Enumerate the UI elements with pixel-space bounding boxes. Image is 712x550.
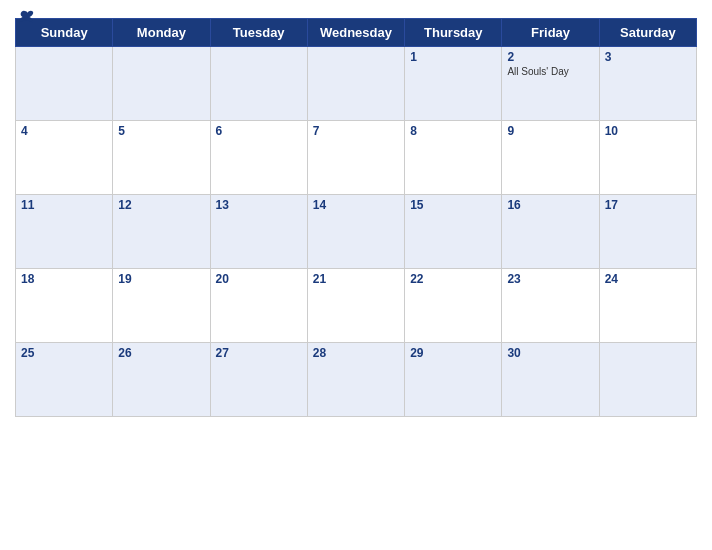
day-number: 14 <box>313 198 399 212</box>
calendar-cell: 6 <box>210 121 307 195</box>
logo-bird-icon <box>17 10 35 24</box>
calendar-cell: 30 <box>502 343 599 417</box>
calendar-cell: 28 <box>307 343 404 417</box>
calendar-cell: 4 <box>16 121 113 195</box>
day-number: 26 <box>118 346 204 360</box>
day-number: 10 <box>605 124 691 138</box>
day-number: 16 <box>507 198 593 212</box>
day-number: 25 <box>21 346 107 360</box>
calendar-cell: 5 <box>113 121 210 195</box>
day-number: 6 <box>216 124 302 138</box>
calendar-table: SundayMondayTuesdayWednesdayThursdayFrid… <box>15 18 697 417</box>
calendar-cell: 1 <box>405 47 502 121</box>
day-number: 23 <box>507 272 593 286</box>
calendar-cell: 21 <box>307 269 404 343</box>
week-row-1: 12All Souls' Day3 <box>16 47 697 121</box>
day-number: 30 <box>507 346 593 360</box>
calendar-cell: 24 <box>599 269 696 343</box>
weekday-header-row: SundayMondayTuesdayWednesdayThursdayFrid… <box>16 19 697 47</box>
calendar-container: SundayMondayTuesdayWednesdayThursdayFrid… <box>0 0 712 550</box>
calendar-cell: 16 <box>502 195 599 269</box>
calendar-cell: 13 <box>210 195 307 269</box>
calendar-cell: 18 <box>16 269 113 343</box>
calendar-cell: 2All Souls' Day <box>502 47 599 121</box>
calendar-cell: 17 <box>599 195 696 269</box>
day-number: 2 <box>507 50 593 64</box>
day-number: 5 <box>118 124 204 138</box>
weekday-tuesday: Tuesday <box>210 19 307 47</box>
calendar-cell: 29 <box>405 343 502 417</box>
calendar-cell: 27 <box>210 343 307 417</box>
day-number: 28 <box>313 346 399 360</box>
week-row-5: 252627282930 <box>16 343 697 417</box>
day-number: 3 <box>605 50 691 64</box>
calendar-cell: 23 <box>502 269 599 343</box>
calendar-cell: 22 <box>405 269 502 343</box>
day-number: 20 <box>216 272 302 286</box>
calendar-cell <box>307 47 404 121</box>
calendar-cell <box>16 47 113 121</box>
day-number: 19 <box>118 272 204 286</box>
day-number: 12 <box>118 198 204 212</box>
week-row-4: 18192021222324 <box>16 269 697 343</box>
calendar-cell: 9 <box>502 121 599 195</box>
weekday-thursday: Thursday <box>405 19 502 47</box>
calendar-cell: 15 <box>405 195 502 269</box>
weekday-monday: Monday <box>113 19 210 47</box>
calendar-cell: 14 <box>307 195 404 269</box>
calendar-cell: 10 <box>599 121 696 195</box>
calendar-cell: 11 <box>16 195 113 269</box>
day-number: 15 <box>410 198 496 212</box>
calendar-cell <box>113 47 210 121</box>
day-number: 7 <box>313 124 399 138</box>
calendar-cell: 8 <box>405 121 502 195</box>
day-number: 11 <box>21 198 107 212</box>
logo-blue-text <box>15 10 35 24</box>
calendar-cell: 3 <box>599 47 696 121</box>
day-number: 18 <box>21 272 107 286</box>
calendar-cell: 25 <box>16 343 113 417</box>
day-number: 24 <box>605 272 691 286</box>
calendar-cell: 7 <box>307 121 404 195</box>
day-number: 9 <box>507 124 593 138</box>
calendar-cell <box>210 47 307 121</box>
calendar-cell: 12 <box>113 195 210 269</box>
day-number: 17 <box>605 198 691 212</box>
day-number: 4 <box>21 124 107 138</box>
holiday-name: All Souls' Day <box>507 66 593 77</box>
calendar-cell <box>599 343 696 417</box>
calendar-cell: 20 <box>210 269 307 343</box>
day-number: 22 <box>410 272 496 286</box>
day-number: 13 <box>216 198 302 212</box>
weekday-saturday: Saturday <box>599 19 696 47</box>
calendar-cell: 26 <box>113 343 210 417</box>
day-number: 29 <box>410 346 496 360</box>
day-number: 27 <box>216 346 302 360</box>
generalblue-logo <box>15 10 35 24</box>
weekday-wednesday: Wednesday <box>307 19 404 47</box>
calendar-cell: 19 <box>113 269 210 343</box>
weekday-friday: Friday <box>502 19 599 47</box>
week-row-2: 45678910 <box>16 121 697 195</box>
day-number: 21 <box>313 272 399 286</box>
day-number: 8 <box>410 124 496 138</box>
week-row-3: 11121314151617 <box>16 195 697 269</box>
day-number: 1 <box>410 50 496 64</box>
